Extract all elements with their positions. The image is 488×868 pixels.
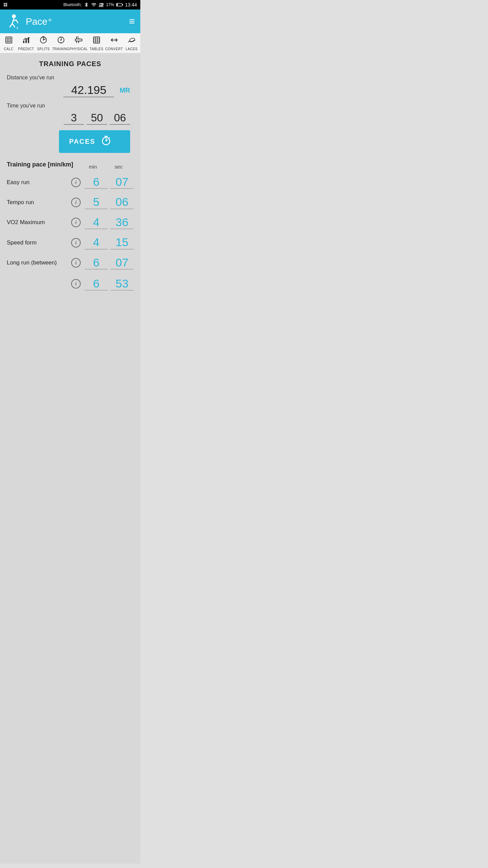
time-row xyxy=(7,112,134,125)
pace-min-tempo: 5 xyxy=(85,196,108,209)
pace-min-speed: 4 xyxy=(85,236,108,249)
pace-row-extra: i 6 53 xyxy=(7,276,134,292)
calc-icon xyxy=(5,36,13,46)
pace-min-easy: 6 xyxy=(85,176,108,189)
app-logo: + xyxy=(5,13,22,30)
app-header: + Pace⁺ ≡ xyxy=(0,9,140,33)
predict-icon xyxy=(22,36,30,46)
pace-min-vo2: 4 xyxy=(85,216,108,229)
pace-row-tempo: Tempo run i 5 06 xyxy=(7,196,134,209)
svg-rect-40 xyxy=(94,37,100,43)
svg-rect-35 xyxy=(75,39,82,41)
runner-icon: + xyxy=(5,13,22,30)
app-title: Pace⁺ xyxy=(26,16,53,27)
nav-calc[interactable]: CALC xyxy=(0,36,17,51)
pace-info-speed[interactable]: i xyxy=(71,238,81,248)
pace-sec-extra: 53 xyxy=(110,277,134,291)
header-left: + Pace⁺ xyxy=(5,13,53,30)
pace-sec-easy: 07 xyxy=(110,176,134,189)
svg-line-12 xyxy=(16,20,18,23)
svg-rect-2 xyxy=(101,4,102,7)
physical-icon xyxy=(75,36,83,46)
pace-name-long: Long run (between) xyxy=(7,259,71,266)
pace-name-vo2: VO2 Maximum xyxy=(7,219,71,226)
training-label: TRAINING xyxy=(52,47,70,51)
svg-rect-16 xyxy=(8,38,9,39)
svg-rect-1 xyxy=(100,4,101,7)
pace-values-speed: 4 15 xyxy=(85,236,134,249)
pace-info-easy[interactable]: i xyxy=(71,178,81,187)
pace-values-long: 6 07 xyxy=(85,256,134,270)
gallery-icon: 🖼 xyxy=(3,2,7,7)
svg-rect-18 xyxy=(7,40,8,41)
training-icon xyxy=(57,36,65,46)
paces-button[interactable]: PACES xyxy=(59,130,130,153)
bluetooth-icon xyxy=(84,2,89,7)
convert-label: CONVERT xyxy=(105,47,123,51)
svg-rect-17 xyxy=(10,38,11,39)
svg-rect-15 xyxy=(7,38,8,39)
svg-point-7 xyxy=(12,14,16,18)
battery-text: 17% xyxy=(106,2,114,7)
svg-rect-5 xyxy=(122,4,123,5)
svg-line-10 xyxy=(10,24,12,27)
svg-rect-0 xyxy=(99,5,100,7)
pace-name-easy: Easy run xyxy=(7,179,71,186)
menu-button[interactable]: ≡ xyxy=(129,16,135,26)
pace-sec-tempo: 06 xyxy=(110,196,134,209)
nav-bar: CALC PREDICT SPLITS xyxy=(0,33,140,53)
svg-point-28 xyxy=(43,40,44,41)
pace-min-long: 6 xyxy=(85,256,108,270)
convert-icon xyxy=(110,36,118,46)
svg-rect-21 xyxy=(7,41,8,42)
time-hours-input[interactable] xyxy=(64,112,84,125)
time-display: 13:44 xyxy=(125,2,137,7)
status-left: 🖼 xyxy=(3,2,7,7)
pace-info-long[interactable]: i xyxy=(71,258,81,268)
nav-convert[interactable]: CONVERT xyxy=(105,36,123,51)
stopwatch-icon xyxy=(101,135,111,148)
predict-label: PREDICT xyxy=(18,47,34,51)
paces-button-label: PACES xyxy=(69,138,95,145)
svg-rect-22 xyxy=(8,41,9,42)
time-seconds-input[interactable] xyxy=(110,112,130,125)
pace-info-tempo[interactable]: i xyxy=(71,198,81,207)
svg-rect-6 xyxy=(117,4,118,6)
distance-group: Distance you've run MR xyxy=(7,75,134,97)
paces-button-wrap: PACES xyxy=(7,130,134,153)
wifi-icon xyxy=(91,2,97,7)
tables-icon xyxy=(93,36,101,46)
pace-min-extra: 6 xyxy=(85,277,108,291)
laces-icon xyxy=(127,36,136,46)
bluetooth-icon: Bluetooth; xyxy=(63,2,82,7)
svg-line-11 xyxy=(12,24,15,27)
pace-values-extra: 6 53 xyxy=(85,277,134,291)
mr-button[interactable]: MR xyxy=(120,86,130,94)
nav-predict[interactable]: PREDICT xyxy=(17,36,35,51)
pace-name-speed: Speed form xyxy=(7,239,71,246)
pace-row-vo2: VO2 Maximum i 4 36 xyxy=(7,216,134,229)
svg-rect-20 xyxy=(10,40,11,41)
nav-physical[interactable]: PHYSICAL xyxy=(70,36,88,51)
svg-rect-23 xyxy=(10,41,11,42)
pace-values-tempo: 5 06 xyxy=(85,196,134,209)
distance-label: Distance you've run xyxy=(7,75,134,81)
pace-info-extra[interactable]: i xyxy=(71,279,81,289)
svg-rect-24 xyxy=(23,41,24,43)
svg-text:+: + xyxy=(16,25,19,30)
nav-tables[interactable]: TABLES xyxy=(88,36,105,51)
nav-splits[interactable]: SPLITS xyxy=(35,36,52,51)
svg-rect-3 xyxy=(102,3,103,7)
nav-training[interactable]: TRAINING xyxy=(52,36,70,51)
svg-rect-19 xyxy=(8,40,9,41)
time-group: Time you've run xyxy=(7,103,134,125)
time-minutes-input[interactable] xyxy=(87,112,107,125)
nav-laces[interactable]: LACES xyxy=(123,36,140,51)
physical-label: PHYSICAL xyxy=(70,47,88,51)
svg-line-51 xyxy=(109,137,110,138)
pace-info-vo2[interactable]: i xyxy=(71,218,81,227)
tables-label: TABLES xyxy=(90,47,104,51)
distance-input[interactable] xyxy=(63,83,114,97)
section-title: TRAINING PACES xyxy=(7,60,134,68)
pace-sec-speed: 15 xyxy=(110,236,134,249)
